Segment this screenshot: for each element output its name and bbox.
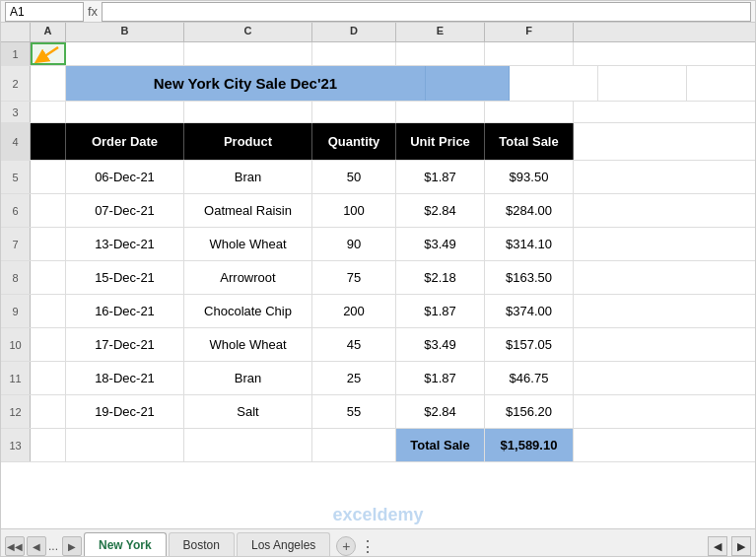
cell-a13[interactable]	[31, 429, 66, 461]
horizontal-scrollbar: ◀ ▶	[708, 536, 751, 556]
cell-b3[interactable]	[66, 102, 184, 123]
cell-a2[interactable]	[31, 66, 66, 101]
cell-d2[interactable]	[426, 66, 510, 101]
cell-d3[interactable]	[312, 102, 396, 123]
row-4: 4 Order Date Product Quantity Unit Price…	[1, 123, 755, 161]
col-header-d[interactable]: D	[312, 23, 396, 41]
add-sheet-button[interactable]: +	[336, 536, 356, 556]
cell-f12[interactable]: $156.20	[485, 395, 574, 428]
cell-b13[interactable]	[66, 429, 184, 461]
col-header-e[interactable]: E	[396, 23, 485, 41]
cell-c5[interactable]: Bran	[184, 161, 312, 193]
tab-options[interactable]: ⋮	[360, 537, 376, 556]
cell-b12[interactable]: 19-Dec-21	[66, 395, 184, 428]
cell-d5[interactable]: 50	[312, 161, 396, 193]
cell-a8[interactable]	[31, 261, 66, 294]
cell-c9[interactable]: Chocolate Chip	[184, 295, 312, 327]
cell-a9[interactable]	[31, 295, 66, 327]
col-header-c[interactable]: C	[184, 23, 312, 41]
cell-e1[interactable]	[396, 42, 485, 65]
scroll-left-btn[interactable]: ◀	[708, 536, 727, 556]
cell-b1[interactable]	[66, 42, 184, 65]
table-header-unit-price[interactable]: Unit Price	[396, 123, 485, 160]
cell-b8[interactable]: 15-Dec-21	[66, 261, 184, 294]
cell-e5[interactable]: $1.87	[396, 161, 485, 193]
cell-c12[interactable]: Salt	[184, 395, 312, 428]
cell-e2[interactable]	[510, 66, 598, 101]
cell-f11[interactable]: $46.75	[485, 362, 574, 394]
cell-c13[interactable]	[184, 429, 312, 461]
tab-nav-prev[interactable]: ◀	[27, 536, 46, 556]
cell-b11[interactable]: 18-Dec-21	[66, 362, 184, 394]
cell-d6[interactable]: 100	[312, 194, 396, 227]
cell-a3[interactable]	[31, 102, 66, 123]
scroll-right-btn[interactable]: ▶	[731, 536, 751, 556]
cell-b7[interactable]: 13-Dec-21	[66, 228, 184, 260]
cell-d10[interactable]: 45	[312, 328, 396, 361]
cell-a12[interactable]	[31, 395, 66, 428]
cell-b9[interactable]: 16-Dec-21	[66, 295, 184, 327]
header-unit-price-label: Unit Price	[410, 134, 470, 149]
table-header-quantity[interactable]: Quantity	[312, 123, 396, 160]
cell-f8[interactable]: $163.50	[485, 261, 574, 294]
cell-f3[interactable]	[485, 102, 574, 123]
table-header-order-date[interactable]: Order Date	[66, 123, 184, 160]
cell-c8[interactable]: Arrowroot	[184, 261, 312, 294]
cell-d12[interactable]: 55	[312, 395, 396, 428]
cell-d11[interactable]: 25	[312, 362, 396, 394]
tab-nav-next[interactable]: ▶	[62, 536, 82, 556]
cell-a7[interactable]	[31, 228, 66, 260]
cell-d7[interactable]: 90	[312, 228, 396, 260]
cell-e10[interactable]: $3.49	[396, 328, 485, 361]
name-box[interactable]	[5, 2, 84, 22]
cell-a11[interactable]	[31, 362, 66, 394]
cell-e8[interactable]: $2.18	[396, 261, 485, 294]
total-sale-label-cell[interactable]: Total Sale	[396, 429, 485, 461]
cell-c7[interactable]: Whole Wheat	[184, 228, 312, 260]
cell-f6[interactable]: $284.00	[485, 194, 574, 227]
col-header-b[interactable]: B	[66, 23, 184, 41]
col-header-f[interactable]: F	[485, 23, 574, 41]
cell-c11[interactable]: Bran	[184, 362, 312, 394]
cell-c10[interactable]: Whole Wheat	[184, 328, 312, 361]
tab-los-angeles[interactable]: Los Angeles	[237, 532, 330, 556]
formula-bar[interactable]	[102, 2, 751, 22]
cell-e12[interactable]: $2.84	[396, 395, 485, 428]
cell-a1[interactable]	[31, 42, 66, 65]
cell-a10[interactable]	[31, 328, 66, 361]
cell-c1[interactable]	[184, 42, 312, 65]
cell-e3[interactable]	[396, 102, 485, 123]
cell-e7[interactable]: $3.49	[396, 228, 485, 260]
table-header-product[interactable]: Product	[184, 123, 312, 160]
cell-a5[interactable]	[31, 161, 66, 193]
row-num-6: 6	[1, 194, 31, 227]
cell-c6[interactable]: Oatmeal Raisin	[184, 194, 312, 227]
tab-nav-first[interactable]: ◀◀	[5, 536, 25, 556]
cell-f9[interactable]: $374.00	[485, 295, 574, 327]
cell-e11[interactable]: $1.87	[396, 362, 485, 394]
cell-a4[interactable]	[31, 123, 66, 160]
cell-b5[interactable]: 06-Dec-21	[66, 161, 184, 193]
cell-e6[interactable]: $2.84	[396, 194, 485, 227]
total-value-cell[interactable]: $1,589.10	[485, 429, 574, 461]
cell-f7[interactable]: $314.10	[485, 228, 574, 260]
cell-e9[interactable]: $1.87	[396, 295, 485, 327]
col-header-a[interactable]: A	[31, 23, 66, 41]
tab-new-york[interactable]: New York	[84, 532, 167, 556]
cell-f10[interactable]: $157.05	[485, 328, 574, 361]
cell-f1[interactable]	[485, 42, 574, 65]
cell-f2[interactable]	[598, 66, 687, 101]
cell-a6[interactable]	[31, 194, 66, 227]
cell-d1[interactable]	[312, 42, 396, 65]
tab-boston[interactable]: Boston	[169, 532, 235, 556]
table-header-total-sale[interactable]: Total Sale	[485, 123, 574, 160]
cell-d8[interactable]: 75	[312, 261, 396, 294]
cell-d9[interactable]: 200	[312, 295, 396, 327]
cell-c3[interactable]	[184, 102, 312, 123]
cell-b10[interactable]: 17-Dec-21	[66, 328, 184, 361]
cell-d13[interactable]	[312, 429, 396, 461]
title-cell[interactable]: New York City Sale Dec'21	[66, 66, 426, 101]
svg-line-0	[40, 47, 58, 59]
cell-b6[interactable]: 07-Dec-21	[66, 194, 184, 227]
cell-f5[interactable]: $93.50	[485, 161, 574, 193]
